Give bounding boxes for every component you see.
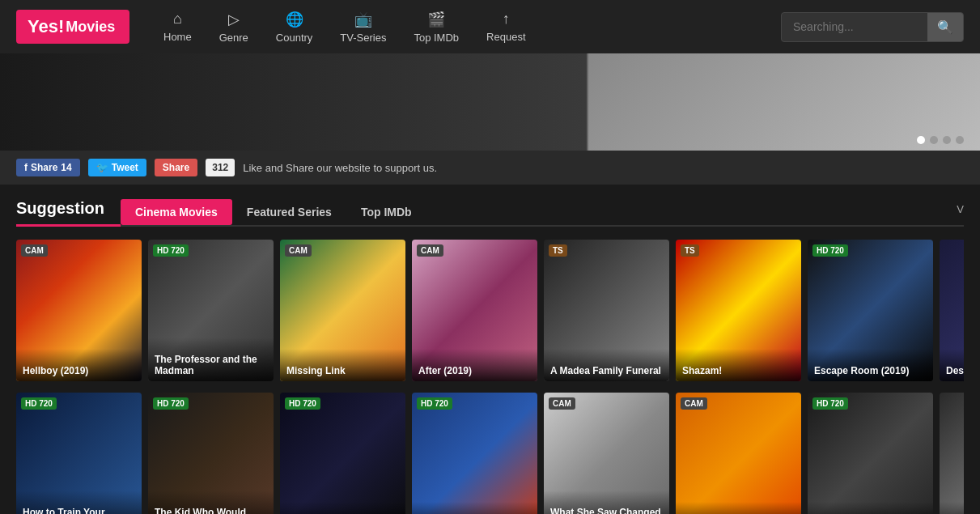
- quality-badge: CAM: [417, 244, 443, 257]
- movie-title: How to Train Your Dragon...: [16, 491, 142, 514]
- movie-title: The High...: [940, 502, 964, 514]
- facebook-share-button[interactable]: f Share 14: [16, 159, 80, 176]
- twitter-label: Tweet: [112, 162, 138, 173]
- search-input[interactable]: [782, 14, 927, 40]
- movie-card-vigilante[interactable]: HD 720 A Vigilante: [808, 393, 933, 514]
- quality-badge: CAM: [21, 244, 48, 257]
- movie-card-escape[interactable]: HD 720 Escape Room (2019): [808, 240, 933, 381]
- nav-tv-series[interactable]: 📺 TV-Series: [330, 4, 396, 50]
- facebook-share-label: Share: [31, 162, 57, 173]
- movie-card-glass[interactable]: HD 720 Glass: [280, 393, 405, 514]
- site-logo[interactable]: Yes! Movies: [16, 10, 129, 44]
- tab-featured-series[interactable]: Featured Series: [232, 199, 346, 225]
- movie-title: A Madea Family Funeral: [544, 349, 669, 381]
- share-message: Like and Share our website to support us…: [243, 162, 437, 174]
- twitter-share-button[interactable]: 🐦 Tweet: [88, 159, 146, 176]
- nav-request-label: Request: [486, 31, 525, 43]
- tv-icon: 📺: [354, 11, 372, 28]
- movie-title: Beach Bum: [676, 502, 801, 514]
- hero-left: [0, 53, 588, 151]
- facebook-icon: f: [24, 162, 28, 173]
- search-button[interactable]: 🔍: [927, 13, 963, 41]
- movie-card-myhero[interactable]: HD 720 My Hero Academia...: [412, 393, 537, 514]
- movie-title: Des...: [940, 349, 964, 381]
- tab-cinema-movies[interactable]: Cinema Movies: [121, 199, 232, 225]
- hero-dot-1[interactable]: [917, 136, 925, 144]
- share-red-label: Share: [163, 162, 189, 173]
- nav-genre-label: Genre: [219, 32, 248, 44]
- movie-title: Missing Link: [280, 349, 405, 381]
- request-icon: ↑: [503, 11, 510, 28]
- movie-card-what[interactable]: CAM What She Saw Changed Everything: [544, 393, 669, 514]
- header: Yes! Movies ⌂ Home ▷ Genre 🌐 Country 📺 T…: [0, 0, 980, 53]
- twitter-icon: 🐦: [96, 162, 108, 173]
- logo-movies: Movies: [66, 19, 115, 36]
- section-tabs: Suggestion Cinema Movies Featured Series…: [16, 199, 964, 227]
- movie-title: The Kid Who Would Be...: [148, 491, 274, 514]
- movie-card-kid[interactable]: HD 720 The Kid Who Would Be...: [148, 393, 274, 514]
- quality-badge: CAM: [285, 244, 312, 257]
- movie-card-hellboy[interactable]: CAM Hellboy (2019): [16, 240, 142, 381]
- movie-title: Escape Room (2019): [808, 349, 933, 381]
- movie-title: My Hero Academia...: [412, 502, 537, 514]
- movie-title: A Vigilante: [808, 502, 933, 514]
- quality-badge: HD 720: [812, 397, 848, 410]
- movie-card-missing[interactable]: CAM Missing Link: [280, 240, 405, 381]
- quality-badge: HD 720: [812, 244, 848, 257]
- movies-row-2: HD 720 How to Train Your Dragon... HD 72…: [16, 393, 964, 514]
- content-section: Suggestion Cinema Movies Featured Series…: [0, 185, 980, 514]
- facebook-count: 14: [61, 162, 71, 173]
- nav-home[interactable]: ⌂ Home: [154, 4, 202, 49]
- movie-card-high[interactable]: The High...: [940, 393, 964, 514]
- home-icon: ⌂: [173, 11, 182, 28]
- movie-title: Hellboy (2019): [16, 349, 142, 381]
- hero-banner: [0, 53, 980, 151]
- quality-badge: CAM: [681, 397, 707, 410]
- quality-badge: TS: [549, 244, 567, 257]
- genre-icon: ▷: [228, 11, 240, 28]
- movie-title: The Professor and the Madman: [148, 338, 274, 381]
- nav-tv-label: TV-Series: [340, 32, 386, 44]
- movies-row-1: CAM Hellboy (2019) HD 720 The Professor …: [16, 240, 964, 393]
- tab-top-imdb[interactable]: Top IMDb: [346, 199, 426, 225]
- hero-inner: [0, 53, 980, 151]
- nav-top-imdb[interactable]: 🎬 Top IMDb: [404, 4, 469, 50]
- imdb-icon: 🎬: [427, 11, 445, 28]
- main-nav: ⌂ Home ▷ Genre 🌐 Country 📺 TV-Series 🎬 T…: [154, 4, 757, 50]
- share-count: 312: [206, 159, 235, 176]
- nav-home-label: Home: [163, 31, 192, 43]
- movie-card-shazam[interactable]: TS Shazam!: [676, 240, 801, 381]
- hero-dot-3[interactable]: [943, 136, 951, 144]
- quality-badge: TS: [681, 244, 699, 257]
- movie-card-destro[interactable]: Des...: [940, 240, 964, 381]
- hero-dot-2[interactable]: [930, 136, 938, 144]
- search-bar: 🔍: [781, 12, 964, 42]
- movie-card-dragon[interactable]: HD 720 How to Train Your Dragon...: [16, 393, 142, 514]
- share-red-button[interactable]: Share: [155, 159, 197, 176]
- nav-request[interactable]: ↑ Request: [477, 4, 535, 49]
- hero-dot-4[interactable]: [956, 136, 964, 144]
- quality-badge: HD 720: [285, 397, 320, 410]
- movie-title: Glass: [280, 502, 405, 514]
- movie-title: After (2019): [412, 349, 537, 381]
- quality-badge: HD 720: [153, 244, 189, 257]
- movie-card-after[interactable]: CAM After (2019): [412, 240, 537, 381]
- movie-title: What She Saw Changed Everything: [544, 491, 669, 514]
- quality-badge: HD 720: [153, 397, 189, 410]
- quality-badge: HD 720: [417, 397, 452, 410]
- quality-badge: CAM: [549, 397, 575, 410]
- section-title: Suggestion: [16, 199, 121, 227]
- quality-badge: HD 720: [21, 397, 57, 410]
- view-all[interactable]: V: [957, 203, 964, 222]
- movie-card-madea[interactable]: TS A Madea Family Funeral: [544, 240, 669, 381]
- nav-country-label: Country: [276, 32, 313, 44]
- movie-title: Shazam!: [676, 349, 801, 381]
- nav-genre[interactable]: ▷ Genre: [210, 4, 258, 50]
- nav-imdb-label: Top IMDb: [414, 32, 459, 44]
- hero-dots: [917, 136, 964, 144]
- movie-card-beach[interactable]: CAM Beach Bum: [676, 393, 801, 514]
- logo-yes: Yes!: [28, 16, 64, 37]
- share-bar: f Share 14 🐦 Tweet Share 312 Like and Sh…: [0, 151, 980, 185]
- movie-card-professor[interactable]: HD 720 The Professor and the Madman: [148, 240, 274, 381]
- nav-country[interactable]: 🌐 Country: [266, 4, 323, 50]
